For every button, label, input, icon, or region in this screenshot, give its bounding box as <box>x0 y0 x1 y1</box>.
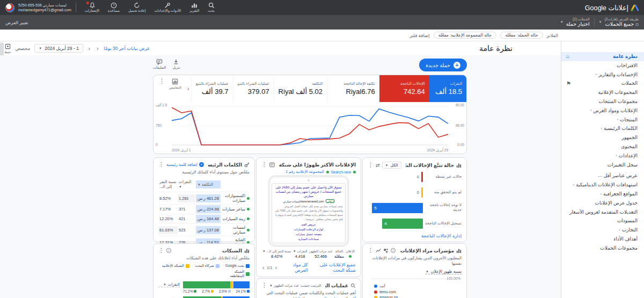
auction-metric-select[interactable]: نسبة ظهور الإعلان▼ <box>426 269 462 274</box>
sidebar-item-overview[interactable]: نظرة عامة⌂ <box>561 52 644 61</box>
adgroup-name-link[interactable]: المجموعة الإعلانية رقم 1 <box>286 170 324 174</box>
kebab-menu-icon[interactable]: ⋮ <box>158 162 164 168</box>
save-view-button[interactable]: حفظ <box>4 43 11 54</box>
sitelink[interactable]: سماعات السيارة <box>274 237 343 241</box>
avatar[interactable] <box>5 3 14 12</box>
campaign-name-link[interactable]: Search-new <box>331 170 351 174</box>
new-campaign-button[interactable]: + حملة جديدة <box>419 59 467 71</box>
more-metrics-chevron[interactable]: ‹ <box>186 75 191 102</box>
kebab-menu-icon[interactable]: ⋮ <box>261 162 267 168</box>
manage-conversions-link[interactable]: إدارة الإحالات الناجحة <box>421 233 462 238</box>
compare-period-link[interactable]: عرض بيانات آخر 30 يومًا <box>104 46 150 51</box>
sidebar-item-ads-assets[interactable]: الإعلانات ومواد العرض‹ <box>561 106 644 115</box>
tools-icon <box>164 2 171 9</box>
metric-purchases[interactable]: عمليات الشراء بالتتبع 379.07 <box>233 75 274 102</box>
left-axis-tick: 750 <box>156 123 162 127</box>
filter-chip-campaign-status[interactable]: حالة الحملة: مفعّلة <box>500 32 543 39</box>
sidebar-item-drafts[interactable]: المسودات <box>561 216 644 226</box>
sidebar-item-dynamic-ad-targets[interactable]: استهدافات الإعلانات الديناميكية‹ <box>561 180 644 190</box>
sidebar-item-performance-targets[interactable]: أهداف الأداء <box>561 235 644 244</box>
chevron-down-icon: ▼ <box>599 20 602 24</box>
sidebar-item-recommendations[interactable]: الاقتراحات <box>561 61 644 70</box>
sidebar-item-insights-reports[interactable]: الإحصاءات والتقارير‹ <box>561 70 644 79</box>
sidebar-item-change-history[interactable]: سجل التغييرات <box>561 161 644 170</box>
kebab-menu-icon[interactable]: ⋮ <box>368 162 374 168</box>
help-nav-button[interactable]: ? مساعدة <box>108 2 120 13</box>
sort-by-select[interactable]: الترتيب حسب: عدد مرات الظهور ▼ <box>269 284 321 288</box>
notifications-nav-button[interactable]: الإشعارات <box>85 2 99 13</box>
sitelink[interactable]: مضخة غسيل سيارات <box>274 232 343 236</box>
chevron-expand-icon: ‹ <box>600 192 602 197</box>
metrics-settings-button[interactable]: المقاييس <box>169 78 181 89</box>
sidebar-item-ad-groups[interactable]: المجموعات الإعلانية <box>561 88 644 97</box>
campaign-picker[interactable]: الحملات (2) اختيار حملة ▼ <box>560 17 590 27</box>
sitelink[interactable]: لوازم الرحلات للسيارات <box>274 228 343 231</box>
all-assets-link[interactable]: كل مواد العرض <box>287 262 308 273</box>
metric-clicks[interactable]: النقرات 18.5 ألف <box>429 75 466 102</box>
timeseries-svg <box>172 105 448 146</box>
sidebar-item-advanced-bid-adjustments[interactable]: التعديلات المتقدمة لعروض الأسعار <box>561 208 644 217</box>
chevron-left-icon[interactable]: ‹ <box>96 46 99 52</box>
bubble-chart-icon[interactable] <box>383 248 389 253</box>
sidebar-item-experiments[interactable]: التجارب‹ <box>561 226 644 235</box>
sidebar-item-ad-schedule[interactable]: جدول عرض الإعلانات <box>561 199 644 208</box>
ad-headline[interactable]: تسوق الآن واحصل على خصم يصل إلى 50%| على… <box>274 186 343 198</box>
column-header-clicks[interactable]: النقرات ▼ <box>178 178 195 191</box>
metric-conversions[interactable]: الإحالات الناجحة 742.64 <box>379 75 429 102</box>
metric-cost-per-conversion[interactable]: تكلفة الإحالة الناجحة Riyal6.76 <box>327 75 379 102</box>
feedback-button[interactable]: التعليقات <box>153 59 166 70</box>
chevron-right-icon[interactable]: › <box>87 46 91 52</box>
sidebar-item-locations[interactable]: المواقع الجغرافية‹ <box>561 190 644 199</box>
sidebar-item-product-groups[interactable]: مجموعات المنتجات <box>561 97 644 106</box>
info-icon[interactable]: i <box>391 248 396 253</box>
sidebar-item-audiences[interactable]: الجمهور <box>561 133 644 142</box>
date-range-picker[interactable]: 1 - 29 أبريل 2024 ▼ <box>34 44 83 53</box>
add-keyword-button[interactable]: +إضافة كلمة رئيسية <box>166 162 204 167</box>
account-info[interactable]: لمسات سيارتي 538-655-5250 mohamedgamy471… <box>18 3 71 12</box>
column-header-ctr[interactable]: نسبة النقر إلى الـ.. <box>158 178 178 191</box>
page-prev-icon[interactable]: ‹ <box>274 265 278 271</box>
notification-badge <box>86 1 90 5</box>
column-header-cost[interactable]: التكلفة ▼ <box>196 180 221 188</box>
minus-icon: — <box>598 173 602 179</box>
kebab-menu-icon[interactable]: ⋮ <box>368 248 374 253</box>
tools-nav-button[interactable]: الأدوات والإعدادات <box>154 2 181 13</box>
kebab-menu-icon[interactable]: ⋮ <box>158 248 164 253</box>
metric-cost[interactable]: التكلفة 5.02 ألف Riyal <box>274 75 327 102</box>
account-email: mohamedgamy471@gmail.com <box>18 8 71 12</box>
download-button[interactable]: تنزيل <box>172 59 180 70</box>
change-view-button[interactable]: تغيير العرض <box>5 20 28 25</box>
metric-purchases-2[interactable]: عمليات الشراء بالتتبع 39.7 ألف <box>191 75 233 102</box>
keyword-row[interactable]: مباخر سيارات 224.98 ر.س 371 7.17% <box>158 204 250 214</box>
compare-icon[interactable]: ⇄ <box>376 163 380 168</box>
all-search-ads-link[interactable]: جميع الإعلانات على شبكة البحث <box>312 262 356 273</box>
line-chart-icon[interactable] <box>376 248 381 253</box>
keyword-row[interactable]: زينة السيارات 164.48 ر.س 421 12.20% <box>158 214 250 223</box>
campaign-scope-selector[interactable]: طريقة العرض (قارات2) ⌂جميع الحملات ▼ <box>599 17 639 27</box>
clicks-metric-select[interactable]: النقرات▼ <box>158 282 180 287</box>
sidebar-item-products[interactable]: المنتجات‹ <box>561 115 644 125</box>
conversion-filter-select[interactable]: الكل▼ <box>382 162 401 169</box>
sidebar-item-campaign-groups[interactable]: مجموعات الحملات <box>561 244 644 253</box>
reports-nav-button[interactable]: التقرير <box>189 2 199 13</box>
sidebar-item-settings[interactable]: الإعدادات‹ <box>561 151 644 161</box>
ad-preview-icon[interactable] <box>269 162 275 168</box>
keyword-row[interactable]: لمسات سيارتي 137.08 ر.س 523 61.03% <box>158 223 250 236</box>
kebab-menu-icon[interactable]: ⋮ <box>159 78 165 84</box>
sidebar-item-campaigns[interactable]: الحملات⚑ <box>561 79 644 88</box>
search-nav-button[interactable]: بحث <box>208 2 214 13</box>
page-next-icon[interactable]: › <box>261 265 265 271</box>
sidebar-item-show-fewer-items[interactable]: عرض عناصر أقل— <box>561 171 644 180</box>
performance-timeseries-chart: 1.5 ألف 750 0 90.00 45.00 0.00 1 أبريل 2… <box>153 102 466 154</box>
info-icon[interactable]: i <box>166 248 171 253</box>
keyword-row[interactable]: اكسسوارات سيارات 461.28 ر.س 1,281 8.52% <box>158 192 250 204</box>
filter-chip-adgroup-status[interactable]: حالة المجموعة الإعلانية: مفعّلة <box>434 32 497 39</box>
card-title: حالة تتبُّع الإحالات الناجحة <box>406 163 454 168</box>
kebab-menu-icon[interactable]: ⋮ <box>261 282 267 288</box>
x-axis-start: 1 أبريل 2024 <box>172 148 191 152</box>
sitelink[interactable]: عروض العيد <box>274 223 343 226</box>
sidebar-item-keywords[interactable]: الكلمات الرئيسية‹ <box>561 124 644 133</box>
refresh-nav-button[interactable]: إعادة تحميل <box>128 2 145 13</box>
sidebar-item-content[interactable]: المحتوى <box>561 142 644 151</box>
add-filter-button[interactable]: إضافة فلتر <box>409 33 429 38</box>
